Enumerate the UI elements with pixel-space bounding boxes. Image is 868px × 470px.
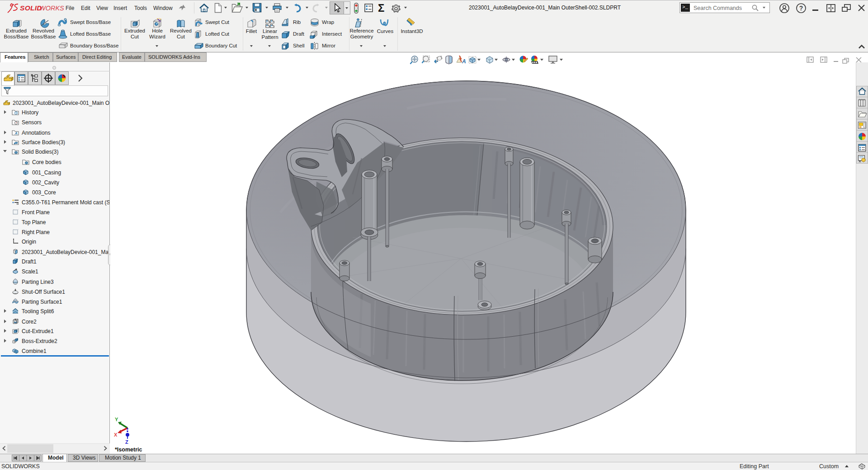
svg-text:X: X [114,432,118,437]
svg-text:?: ? [799,5,803,12]
svg-text:WORKS: WORKS [39,5,64,12]
svg-text:SOLID: SOLID [20,4,42,12]
svg-text:A: A [14,131,17,136]
svg-text:Z: Z [125,439,128,445]
svg-text:A: A [462,58,466,65]
svg-text:Y: Y [115,417,118,422]
